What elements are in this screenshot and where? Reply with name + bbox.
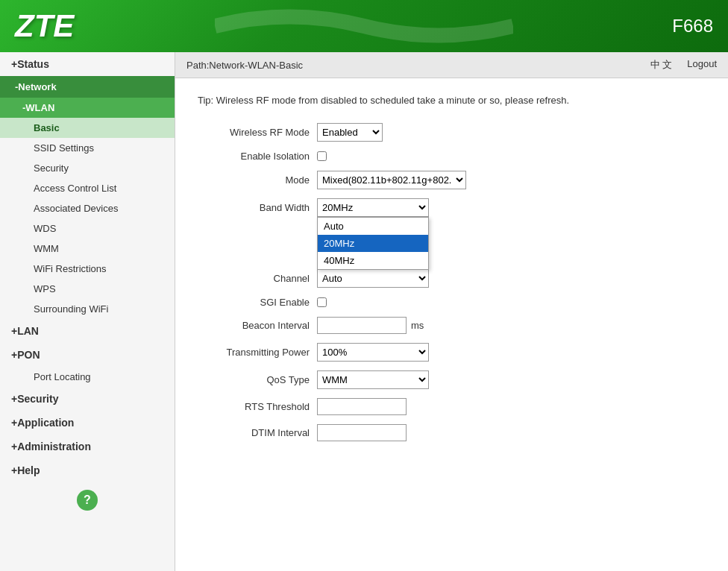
rts-threshold-row: RTS Threshold 2347 (198, 398, 706, 415)
form-area: Tip: Wireless RF mode from disabled to s… (175, 78, 728, 465)
sidebar-item-network[interactable]: -Network (0, 76, 175, 98)
tip-text: Tip: Wireless RF mode from disabled to s… (198, 93, 706, 108)
sidebar-item-wmm[interactable]: WMM (0, 239, 175, 259)
port-locating-label: Port Locating (34, 371, 91, 382)
rts-threshold-input[interactable]: 2347 (317, 398, 407, 415)
main-container: +Status -Network -WLAN Basic SSID Settin… (0, 52, 728, 571)
lang-switch-link[interactable]: 中 文 (650, 58, 673, 72)
wireless-rf-mode-label: Wireless RF Mode (198, 127, 317, 138)
sidebar-item-administration[interactable]: +Administration (0, 435, 175, 458)
surrounding-wifi-label: Surrounding WiFi (34, 303, 108, 315)
band-width-dropdown-container: 20MHz Auto 40MHz Auto 20MHz 40MHz (317, 198, 429, 217)
sgi-enable-row: SGI Enable (198, 297, 706, 308)
sidebar-item-surrounding-wifi[interactable]: Surrounding WiFi (0, 299, 175, 319)
sidebar-item-basic[interactable]: Basic (0, 118, 175, 138)
qos-type-label: QoS Type (198, 374, 317, 385)
administration-label: +Administration (11, 441, 91, 452)
sidebar-item-associated-devices[interactable]: Associated Devices (0, 198, 175, 218)
dtim-interval-input[interactable]: 1 (317, 424, 407, 441)
sidebar-item-security[interactable]: Security (0, 158, 175, 178)
mode-row: Mode Mixed(802.11b+802.11g+802.11r ▼ (198, 171, 706, 189)
pon-label: +PON (11, 349, 40, 361)
enable-isolation-label: Enable Isolation (198, 151, 317, 162)
sidebar-item-wifi-restrictions[interactable]: WiFi Restrictions (0, 259, 175, 279)
sidebar-item-application[interactable]: +Application (0, 411, 175, 435)
sidebar-item-ssid-settings[interactable]: SSID Settings (0, 138, 175, 158)
sidebar-item-lan[interactable]: +LAN (0, 319, 175, 343)
channel-select[interactable]: Auto (317, 269, 429, 288)
enable-isolation-row: Enable Isolation (198, 151, 706, 162)
sgi-enable-label: SGI Enable (198, 297, 317, 308)
band-width-select[interactable]: 20MHz Auto 40MHz (317, 198, 429, 217)
wds-label: WDS (34, 223, 56, 234)
transmitting-power-row: Transmitting Power 100% 75% 50% 25% (198, 343, 706, 362)
beacon-interval-row: Beacon Interval 100 ms (198, 317, 706, 334)
sidebar-item-help[interactable]: +Help (0, 458, 175, 482)
logo: ZTE (15, 8, 74, 44)
sidebar-item-wds[interactable]: WDS (0, 218, 175, 239)
rts-threshold-label: RTS Threshold (198, 401, 317, 412)
beacon-interval-unit: ms (411, 320, 424, 331)
qos-type-select[interactable]: WMM None (317, 370, 429, 389)
channel-row: Channel Auto (198, 269, 706, 288)
sidebar-item-pon[interactable]: +PON (0, 343, 175, 367)
dtim-interval-label: DTIM Interval (198, 427, 317, 438)
network-label: -Network (15, 81, 57, 92)
lan-label: +LAN (11, 325, 39, 337)
sgi-enable-checkbox[interactable] (317, 297, 327, 307)
transmitting-power-select[interactable]: 100% 75% 50% 25% (317, 343, 429, 362)
model-name: F668 (672, 16, 713, 37)
logout-link[interactable]: Logout (687, 58, 717, 72)
security-label: Security (34, 163, 69, 174)
basic-label: Basic (34, 122, 60, 133)
band-width-option-auto[interactable]: Auto (318, 218, 428, 235)
wireless-rf-mode-select[interactable]: Enabled Disabled Scheduled (317, 123, 383, 142)
dtim-interval-row: DTIM Interval 1 (198, 424, 706, 441)
sidebar-item-port-locating[interactable]: Port Locating (0, 367, 175, 387)
security-group-label: +Security (11, 393, 58, 405)
band-width-dropdown-list: Auto 20MHz 40MHz (317, 217, 429, 270)
sidebar-item-wps[interactable]: WPS (0, 279, 175, 299)
transmitting-power-label: Transmitting Power (198, 347, 317, 358)
enable-isolation-checkbox[interactable] (317, 151, 327, 161)
ssid-settings-label: SSID Settings (34, 142, 94, 154)
wmm-label: WMM (34, 243, 59, 254)
beacon-interval-label: Beacon Interval (198, 320, 317, 331)
sidebar-item-acl[interactable]: Access Control List (0, 178, 175, 198)
qos-type-row: QoS Type WMM None (198, 370, 706, 389)
wlan-label: -WLAN (22, 102, 54, 113)
path-actions: 中 文 Logout (650, 58, 717, 72)
wifi-restrictions-label: WiFi Restrictions (34, 263, 107, 274)
path-bar: Path:Network-WLAN-Basic 中 文 Logout (175, 52, 728, 78)
wps-label: WPS (34, 283, 56, 294)
band-width-label: Band Width (198, 202, 317, 213)
associated-devices-label: Associated Devices (34, 203, 118, 214)
band-width-option-20mhz[interactable]: 20MHz (318, 235, 428, 252)
content-area: Path:Network-WLAN-Basic 中 文 Logout Tip: … (175, 52, 728, 571)
help-button[interactable]: ? (77, 490, 98, 511)
sidebar-item-status[interactable]: +Status (0, 52, 175, 76)
band-width-option-40mhz[interactable]: 40MHz (318, 252, 428, 269)
beacon-interval-input[interactable]: 100 (317, 317, 407, 334)
sidebar-item-security-group[interactable]: +Security (0, 387, 175, 411)
acl-label: Access Control List (34, 183, 116, 194)
mode-select[interactable]: Mixed(802.11b+802.11g+802.11r ▼ (317, 171, 466, 189)
breadcrumb: Path:Network-WLAN-Basic (186, 60, 303, 71)
wireless-rf-mode-row: Wireless RF Mode Enabled Disabled Schedu… (198, 123, 706, 142)
sidebar: +Status -Network -WLAN Basic SSID Settin… (0, 52, 175, 571)
channel-label: Channel (198, 273, 317, 284)
sidebar-item-wlan[interactable]: -WLAN (0, 98, 175, 118)
help-label: +Help (11, 464, 40, 476)
application-label: +Application (11, 417, 74, 429)
status-label: +Status (11, 58, 49, 70)
header: ZTE F668 (0, 0, 728, 52)
mode-label: Mode (198, 174, 317, 186)
band-width-row: Band Width 20MHz Auto 40MHz Auto 20MHz 4… (198, 198, 706, 217)
